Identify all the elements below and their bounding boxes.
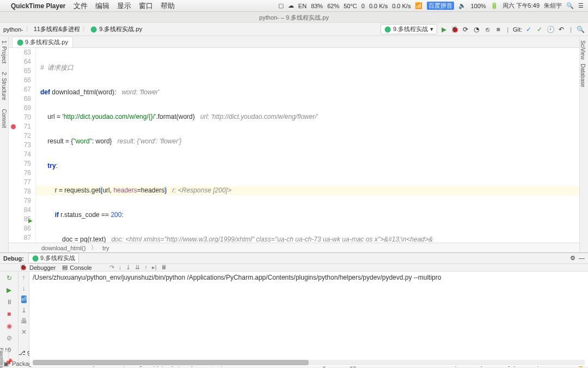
tab-commit[interactable]: Commit xyxy=(1,109,7,128)
breadcrumb-root[interactable]: python- xyxy=(3,26,23,33)
profile-button[interactable]: ◔ xyxy=(472,25,481,34)
status-net2: 0.0 K/s xyxy=(392,3,411,9)
tab-sciview[interactable]: SciView xyxy=(580,40,586,59)
status-search-icon[interactable]: 🔍 xyxy=(566,2,574,9)
status-disk: 0 xyxy=(362,3,365,9)
clear-icon[interactable]: ✕ xyxy=(21,328,27,336)
debug-label: Debug: xyxy=(3,255,24,262)
line-num: 74 xyxy=(9,150,31,159)
navbar: python-〉 11多线程&多进程〉 ⬤9.多线程实战.py ⬤9.多线程实战… xyxy=(0,23,588,36)
code-body[interactable]: # 请求接口 def download_html(word): word: 'f… xyxy=(36,48,579,243)
line-num: 68 xyxy=(9,94,31,104)
console-tab[interactable]: ▤ Console xyxy=(62,264,91,271)
git-update-icon[interactable]: ✓ xyxy=(524,25,533,34)
up-icon[interactable]: ↑ xyxy=(22,274,26,281)
status-clock[interactable]: 周六 下午5:49 xyxy=(503,2,540,10)
console-output[interactable]: /Users/zhuxuanyu/python_env/juyunshuzi/b… xyxy=(29,272,588,366)
status-tw-icon[interactable]: ▣ xyxy=(3,360,9,367)
status-battery-icon: 🔋 xyxy=(491,2,498,9)
breadcrumb: python-〉 11多线程&多进程〉 ⬤9.多线程实战.py xyxy=(3,25,142,33)
step-into-icon[interactable]: ↓ xyxy=(119,264,122,271)
status-user[interactable]: 朱烜宇 xyxy=(544,2,562,10)
step-into-my-icon[interactable]: ⤓ xyxy=(126,264,131,271)
line-num: 72 xyxy=(9,131,31,141)
step-out-icon[interactable]: ↑ xyxy=(144,264,148,271)
gutter[interactable]: 63 64 65 66 67 68 69 70 71 72 73 74 75 7… xyxy=(9,48,36,243)
code-editor[interactable]: 63 64 65 66 67 68 69 70 71 72 73 74 75 7… xyxy=(9,48,579,243)
line-num: 78 xyxy=(9,187,31,196)
mute-bp-icon[interactable]: ⊘ xyxy=(5,334,14,342)
resume-icon[interactable]: ▶ xyxy=(5,286,14,294)
stop-button[interactable]: ■ xyxy=(494,25,503,34)
window-title: python- – 9.多线程实战.py xyxy=(259,14,329,21)
menu-view[interactable]: 显示 xyxy=(117,1,131,11)
chevron-down-icon: ▾ xyxy=(430,26,433,33)
line-num: 84 xyxy=(9,206,31,215)
git-history-icon[interactable]: 🕘 xyxy=(546,25,555,34)
view-bp-icon[interactable]: ◉ xyxy=(5,322,14,330)
status-airplay-icon[interactable]: ▢ xyxy=(278,2,284,9)
window-titlebar: python- – 9.多线程实战.py xyxy=(0,12,588,23)
pause-icon[interactable]: ⏸ xyxy=(5,298,14,306)
status-cpu: 83% xyxy=(311,3,323,9)
line-num: 66 xyxy=(9,76,31,85)
crumb-block[interactable]: try xyxy=(102,245,109,251)
crumb-fn[interactable]: download_html() xyxy=(41,245,85,251)
breakpoint-icon[interactable] xyxy=(11,124,16,129)
run-to-cursor-icon[interactable]: ▸| xyxy=(152,264,157,271)
line-num: 76 xyxy=(9,168,31,178)
step-over-icon[interactable]: ↷ xyxy=(109,264,114,271)
menu-help[interactable]: 帮助 xyxy=(161,1,175,11)
print-icon[interactable]: 🖶 xyxy=(21,317,27,325)
softwrap-icon[interactable]: ⏎ xyxy=(21,295,27,303)
rerun-icon[interactable]: ↻ xyxy=(5,274,14,282)
debug-session-tab[interactable]: ⬤ 9.多线程实战 xyxy=(28,253,79,263)
debugger-tab[interactable]: 🐞 Debugger xyxy=(20,264,56,271)
menu-file[interactable]: 文件 xyxy=(74,1,88,11)
git-revert-icon[interactable]: ↶ xyxy=(557,25,566,34)
status-wifi-icon[interactable]: 📶 xyxy=(415,2,422,9)
coverage-button[interactable]: ⟳ xyxy=(461,25,470,34)
line-num: 67 xyxy=(9,85,31,94)
status-volume-icon[interactable]: 🔈 xyxy=(458,2,466,9)
gear-icon[interactable]: ⚙ xyxy=(570,255,575,262)
minimize-icon[interactable]: — xyxy=(579,255,585,262)
status-battery: 100% xyxy=(470,3,486,9)
tab-database[interactable]: Database xyxy=(580,64,586,87)
app-name[interactable]: QuickTime Player xyxy=(11,2,66,10)
menu-window[interactable]: 窗口 xyxy=(139,1,153,11)
tab-structure[interactable]: 2: Structure xyxy=(1,72,7,100)
menu-edit[interactable]: 编辑 xyxy=(95,1,109,11)
status-menu-icon[interactable]: ☰ xyxy=(578,2,584,9)
concurrent-button[interactable]: ⎋ xyxy=(483,25,492,34)
line-num: 73 xyxy=(9,141,31,150)
status-en[interactable]: EN xyxy=(298,3,307,9)
left-sidebar: 1: Project 2: Structure Commit xyxy=(0,36,9,252)
toolbar-actions: ⬤9.多线程实战▾ ▶ 🐞 ⟳ ◔ ⎋ ■ | Git: ✓ ✓ 🕘 ↶ | 🔍 xyxy=(381,24,585,34)
debug-button[interactable]: 🐞 xyxy=(450,25,459,34)
breadcrumb-file[interactable]: 9.多线程实战.py xyxy=(99,25,142,33)
line-num: 75 xyxy=(9,159,31,168)
debug-panel: Debug: ⬤ 9.多线程实战 ⚙ — 🐞 Debugger ▤ Consol… xyxy=(0,252,588,347)
status-ime[interactable]: 百度拼音 xyxy=(427,2,454,10)
breadcrumb-folder[interactable]: 11多线程&多进程 xyxy=(34,25,81,33)
console-scrollbar[interactable] xyxy=(33,360,585,365)
git-commit-icon[interactable]: ✓ xyxy=(535,25,544,34)
force-step-icon[interactable]: ⇊ xyxy=(135,264,140,271)
line-num: 77 xyxy=(9,178,31,187)
tab-project[interactable]: 1: Project xyxy=(1,40,7,63)
run-config-selector[interactable]: ⬤9.多线程实战▾ xyxy=(381,24,437,34)
line-num: 69 xyxy=(9,104,31,113)
scroll-end-icon[interactable]: ⤓ xyxy=(21,306,27,314)
status-cloud-icon[interactable]: ☁ xyxy=(288,2,294,9)
search-everywhere-icon[interactable]: 🔍 xyxy=(576,25,585,34)
run-button[interactable]: ▶ xyxy=(439,25,448,34)
editor-crumb: download_html()〉try xyxy=(9,243,579,252)
stop-icon[interactable]: ■ xyxy=(5,310,14,318)
editor-tab[interactable]: ⬤ 9.多线程实战.py xyxy=(12,37,73,47)
evaluate-icon[interactable]: 🖩 xyxy=(161,264,167,271)
git-label: Git: xyxy=(513,26,522,33)
down-icon[interactable]: ↓ xyxy=(22,285,26,292)
run-config-name: 9.多线程实战 xyxy=(393,25,428,33)
debug-tabs: 🐞 Debugger ▤ Console ↷ ↓ ⤓ ⇊ ↑ ▸| 🖩 xyxy=(0,264,588,272)
